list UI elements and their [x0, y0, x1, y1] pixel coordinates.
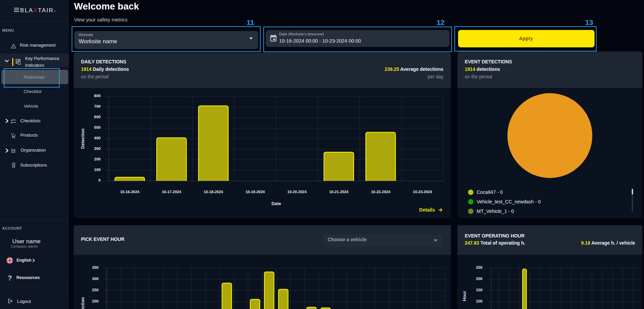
svg-text:Detection: Detection	[80, 128, 85, 149]
svg-text:Vehicle_test_CC_newdash - 0: Vehicle_test_CC_newdash - 0	[477, 199, 541, 204]
svg-text:10-17-2024: 10-17-2024	[162, 190, 181, 194]
svg-text:Coca847 - 0: Coca847 - 0	[477, 189, 503, 195]
svg-text:MT_Vehicle_1 - 0: MT_Vehicle_1 - 0	[477, 208, 514, 214]
svg-text:300: 300	[92, 277, 99, 281]
svg-text:10-23-2024: 10-23-2024	[413, 190, 432, 194]
svg-text:500: 500	[94, 125, 101, 129]
svg-text:250: 250	[92, 288, 99, 292]
svg-text:0: 0	[99, 178, 101, 182]
svg-text:800: 800	[94, 94, 101, 98]
svg-text:10-19-2024: 10-19-2024	[246, 190, 265, 194]
svg-text:350: 350	[92, 265, 99, 269]
svg-text:10-20-2024: 10-20-2024	[288, 190, 307, 194]
svg-text:200: 200	[94, 157, 101, 161]
svg-text:10-16-2024: 10-16-2024	[120, 190, 140, 194]
svg-text:Detection: Detection	[80, 297, 85, 309]
svg-text:10-21-2024: 10-21-2024	[329, 190, 349, 194]
svg-text:150: 150	[476, 288, 482, 292]
svg-text:100: 100	[94, 168, 101, 172]
svg-text:10-22-2024: 10-22-2024	[371, 190, 391, 194]
svg-text:10-18-2024: 10-18-2024	[204, 190, 223, 194]
svg-text:Date: Date	[272, 201, 281, 206]
svg-text:700: 700	[94, 104, 101, 108]
svg-text:250: 250	[476, 265, 482, 269]
svg-text:300: 300	[94, 146, 101, 151]
svg-text:200: 200	[92, 299, 99, 303]
svg-text:Details: Details	[419, 207, 435, 213]
svg-text:100: 100	[476, 299, 482, 303]
svg-text:400: 400	[94, 136, 101, 140]
svg-text:600: 600	[94, 115, 101, 119]
svg-text:200: 200	[476, 277, 482, 281]
svg-text:Hour: Hour	[462, 291, 467, 301]
